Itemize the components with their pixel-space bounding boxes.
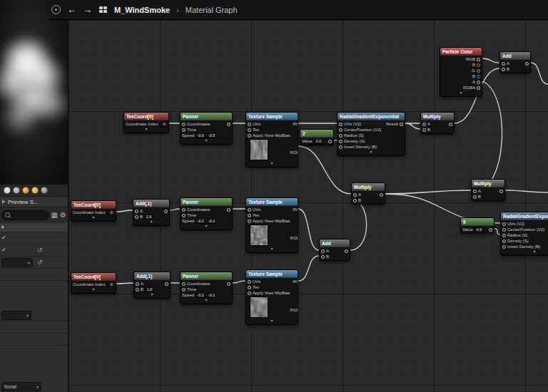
output-pin[interactable]: [380, 193, 383, 197]
grid-view-icon[interactable]: ▦: [51, 208, 58, 222]
output-pin[interactable]: [164, 210, 168, 213]
reset-icon[interactable]: ↺: [37, 247, 43, 254]
input-pin[interactable]: [182, 123, 186, 126]
output-pin[interactable]: [499, 190, 503, 193]
input-pin[interactable]: [248, 128, 251, 132]
input-pin[interactable]: [182, 288, 186, 292]
node-expand-chevron[interactable]: ▾: [181, 224, 232, 229]
output-pin[interactable]: [165, 282, 168, 286]
output-pin[interactable]: [477, 58, 480, 61]
output-pin[interactable]: [328, 140, 332, 143]
input-pin[interactable]: [502, 62, 505, 66]
output-pin[interactable]: [525, 62, 529, 66]
input-pin[interactable]: [248, 292, 251, 295]
input-pin[interactable]: [339, 123, 342, 126]
dropdown[interactable]: ▾: [1, 258, 33, 267]
input-pin[interactable]: [248, 280, 251, 284]
input-pin[interactable]: [321, 249, 325, 253]
input-pin[interactable]: [248, 123, 251, 126]
output-pin[interactable]: [477, 69, 480, 73]
preview-shape-button[interactable]: [22, 187, 29, 194]
input-pin[interactable]: [248, 220, 251, 223]
input-pin[interactable]: [182, 282, 186, 286]
value-box[interactable]: 0: [107, 210, 116, 215]
node-multiply-mid[interactable]: MultiplyAB: [351, 182, 385, 205]
preview-shape-button[interactable]: [31, 187, 39, 194]
settings-gear-icon[interactable]: ⚙: [60, 208, 66, 222]
node-expand-chevron[interactable]: ▾: [181, 298, 232, 303]
dropdown[interactable]: ▾: [1, 311, 31, 320]
node-add1-c[interactable]: Add(,1)AB1.0▾: [133, 272, 171, 299]
input-pin[interactable]: [502, 68, 505, 71]
search-input[interactable]: [12, 213, 46, 218]
node-texcoord-c[interactable]: TexCoord[0]Coordinate Index0▾: [71, 272, 116, 294]
node-expand-chevron[interactable]: ▾: [71, 215, 116, 220]
input-pin[interactable]: [182, 214, 186, 217]
output-pin[interactable]: [400, 123, 403, 126]
output-pin[interactable]: [477, 86, 480, 90]
forward-button[interactable]: →: [83, 1, 92, 19]
input-pin[interactable]: [248, 134, 251, 138]
input-pin[interactable]: [136, 288, 139, 292]
value-box[interactable]: 1.0: [144, 215, 153, 220]
reset-icon[interactable]: ↺: [37, 259, 43, 266]
node-expand-chevron[interactable]: ▾: [181, 138, 232, 143]
output-pin[interactable]: [227, 208, 230, 212]
node-expand-chevron[interactable]: ▾: [246, 161, 298, 166]
node-tsample-a[interactable]: Texture SampleUVsTexApply View MipBiasRG…: [245, 112, 298, 167]
input-pin[interactable]: [135, 210, 138, 213]
input-pin[interactable]: [339, 128, 342, 132]
input-pin[interactable]: [353, 199, 357, 202]
node-tsample-b[interactable]: Texture SampleUVsTexApply View MipBiasRG…: [245, 197, 298, 253]
input-pin[interactable]: [182, 208, 186, 212]
node-texcoord-a[interactable]: TexCoord[0]Coordinate Index0▾: [123, 112, 169, 133]
value-box[interactable]: -0.2: [196, 219, 205, 224]
input-pin[interactable]: [135, 215, 138, 219]
node-expand-chevron[interactable]: ▾: [440, 91, 482, 96]
node-expand-chevron[interactable]: ▾: [71, 287, 116, 292]
back-button[interactable]: ←: [67, 1, 76, 19]
input-pin[interactable]: [182, 128, 186, 132]
value-box[interactable]: 1.0: [145, 287, 154, 292]
input-pin[interactable]: [321, 255, 325, 259]
node-panner-b[interactable]: PannerCoordinatesTimeSpeed-0.2-0.1▾: [180, 197, 233, 230]
node-expand-chevron[interactable]: ▾: [124, 127, 168, 132]
input-pin[interactable]: [422, 128, 426, 132]
search-box[interactable]: [1, 210, 49, 220]
node-const-0[interactable]: 0Value0.0: [460, 217, 494, 234]
output-pin[interactable]: [477, 75, 480, 78]
input-pin[interactable]: [502, 228, 506, 232]
output-pin[interactable]: [345, 249, 348, 253]
output-pin[interactable]: [477, 63, 480, 67]
preview-settings-row[interactable]: Preview S...: [0, 196, 68, 207]
preview-shape-button[interactable]: [13, 187, 20, 194]
node-expand-chevron[interactable]: ▾: [338, 150, 405, 155]
node-add-tr[interactable]: AddAB: [499, 51, 531, 73]
input-pin[interactable]: [339, 134, 342, 138]
preview-shape-button[interactable]: [4, 187, 11, 194]
node-tsample-c[interactable]: Texture SampleUVsTexApply View MipBiasRG…: [245, 269, 298, 325]
compass-icon[interactable]: [51, 5, 61, 14]
node-radial-b[interactable]: RadialGradientExponentialUVs (V2)CenterP…: [500, 212, 548, 256]
input-pin[interactable]: [473, 195, 477, 199]
node-panner-a[interactable]: PannerCoordinatesTimeSpeed-0.0-0.5▾: [180, 112, 233, 145]
output-pin[interactable]: [477, 81, 480, 84]
node-texcoord-b[interactable]: TexCoord[0]Coordinate Index0▾: [71, 200, 116, 222]
value-box[interactable]: -0.1: [207, 293, 216, 298]
value-box[interactable]: -0.1: [196, 293, 205, 298]
breadcrumb-asset[interactable]: M_WindSmoke: [114, 6, 170, 14]
checkmark-icon[interactable]: ✓: [1, 247, 6, 253]
node-multiply-right[interactable]: MultiplyAB: [471, 179, 505, 201]
dropdown[interactable]: tional ▾: [1, 382, 41, 391]
node-add-mid[interactable]: AddAB: [319, 239, 350, 261]
input-pin[interactable]: [422, 123, 426, 126]
input-pin[interactable]: [502, 245, 506, 249]
output-pin[interactable]: [449, 123, 452, 126]
input-pin[interactable]: [248, 208, 251, 212]
input-pin[interactable]: [502, 234, 506, 237]
value-box[interactable]: 0.0: [475, 227, 484, 232]
input-pin[interactable]: [339, 140, 342, 143]
value-box[interactable]: -0.1: [207, 219, 216, 224]
breadcrumb-page[interactable]: Material Graph: [186, 6, 238, 14]
node-radial-a[interactable]: RadialGradientExponentialUVs (V2)CenterP…: [337, 112, 405, 156]
